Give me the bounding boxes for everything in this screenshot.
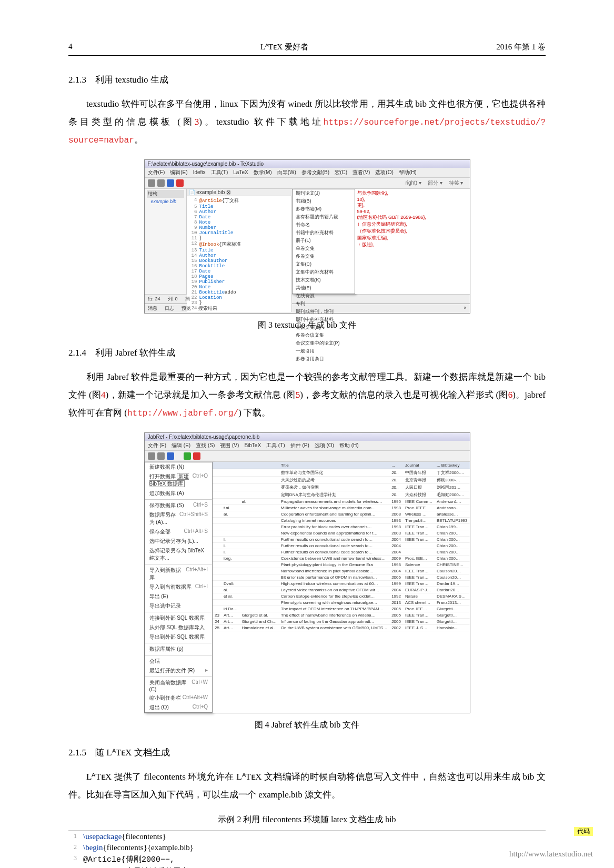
menu-item[interactable]: 选中记录另存为 (L)...: [145, 537, 213, 546]
column-header[interactable]: Journal: [403, 462, 435, 469]
table-row[interactable]: Phenotypic screening with oleaginous mic…: [213, 600, 470, 606]
menu-item[interactable]: 会话: [145, 657, 213, 666]
menu-item[interactable]: 数据库另存为 (A)...Ctrl+Shift+S: [145, 510, 213, 527]
menu-item[interactable]: 选项 (O): [315, 442, 334, 448]
dropdown-item[interactable]: 书籍(B): [293, 197, 355, 205]
table-row[interactable]: al.Cooperation enforcement and learning …: [213, 511, 470, 518]
close-icon[interactable]: ×: [464, 305, 466, 312]
menu-item[interactable]: 查找 (S): [196, 442, 215, 448]
menubar[interactable]: 文件(F)编辑(E)Idefix工具(T)LaTeX数学(M)向导(W)参考文献…: [145, 168, 470, 178]
figure-ref-5[interactable]: 5: [296, 390, 300, 400]
dropdown-item[interactable]: 技术文档(K): [293, 276, 355, 284]
menu-item[interactable]: 退出 (Q)Ctrl+Q: [145, 703, 213, 712]
menu-item[interactable]: 向导(W): [277, 169, 296, 175]
menu-item[interactable]: 导入到当前数据库Ctrl+I: [145, 582, 213, 592]
table-row[interactable]: 雾霭来袭，如何突围20..人民日报刘裕国201…: [213, 484, 470, 491]
menu-item[interactable]: 打开数据库 新建 BibTeX 数据库Ctrl+O: [145, 472, 213, 489]
open-icon[interactable]: [157, 179, 165, 187]
new-icon[interactable]: [148, 179, 155, 187]
dropdown-item[interactable]: 一般引用: [293, 347, 355, 355]
table-row[interactable]: Error probability for block codes over c…: [213, 524, 470, 530]
menu-item[interactable]: Idefix: [193, 169, 206, 175]
menu-item[interactable]: 选择记录另存为 BibTeX 纯文本...: [145, 546, 213, 563]
close-icon[interactable]: [176, 179, 184, 187]
table-row[interactable]: al.Layered video transmission on adaptiv…: [213, 587, 470, 593]
dropdown-item[interactable]: 多卷会议文集: [293, 331, 355, 339]
menu-item[interactable]: 文件 (F): [148, 442, 167, 448]
menu-item[interactable]: 选项(O): [375, 169, 393, 175]
dropdown-item[interactable]: 文集中的补充材料: [293, 268, 355, 276]
menu-item[interactable]: 编辑 (E): [172, 442, 190, 448]
dropdown-item[interactable]: 多卷文集: [293, 253, 355, 260]
structure-panel[interactable]: 结构 example.bib: [145, 189, 187, 294]
menu-item[interactable]: 数据库属性 (p): [145, 644, 213, 654]
output-tab[interactable]: 预览: [182, 305, 191, 312]
dropdown-item[interactable]: 书命名: [293, 221, 355, 229]
menu-item[interactable]: 插件 (P): [290, 442, 309, 448]
menu-item[interactable]: 追加数据库 (A): [145, 489, 213, 498]
table-row[interactable]: 24Art…Giorgetti and Ch…Influence of fadi…: [213, 619, 470, 625]
figure-ref-6[interactable]: 6: [508, 390, 513, 400]
menu-item[interactable]: 查看(V): [353, 169, 370, 175]
menu-item[interactable]: 连接到外部 SQL 数据库: [145, 613, 213, 623]
table-row[interactable]: al.Propagation measurements and models f…: [213, 499, 470, 505]
menu-item[interactable]: LaTeX: [233, 169, 248, 175]
menu-item[interactable]: BibTeX: [244, 442, 261, 448]
table-row[interactable]: 定睛DNA库与生命伦理学计划20..大众科技报毛旭勤2000-…: [213, 491, 470, 499]
dropdown-item[interactable]: 文集(C): [293, 260, 355, 268]
add-icon[interactable]: [184, 452, 191, 460]
table-row[interactable]: New exponential bounds and approximation…: [213, 530, 470, 537]
menu-item[interactable]: 视图 (V): [220, 442, 239, 448]
open-icon[interactable]: [157, 452, 165, 460]
menu-item[interactable]: 导入到新数据库Ctrl+Alt+I: [145, 566, 213, 582]
file-menu-dropdown[interactable]: 新建数据库 (N)打开数据库 新建 BibTeX 数据库Ctrl+O追加数据库 …: [145, 462, 213, 713]
table-row[interactable]: Narrowband interference in pilot symbol …: [213, 568, 470, 574]
toolbar[interactable]: [145, 451, 470, 462]
menu-item[interactable]: 帮助(H): [399, 169, 417, 175]
dropdown-item[interactable]: 书籍中的补充材料: [293, 229, 355, 237]
table-row[interactable]: l.Further results on convolutional code …: [213, 543, 470, 549]
table-row[interactable]: 25Art…Hamalainen et al.On the UWB system…: [213, 625, 470, 631]
table-row[interactable]: et al.Carbon isotope evidence for the st…: [213, 593, 470, 600]
menu-item[interactable]: 导出到外部 SQL 数据库: [145, 632, 213, 642]
menu-item[interactable]: 导出 (E): [145, 592, 213, 601]
table-row[interactable]: iorg.Coexistence between UWB and narrow-…: [213, 556, 470, 562]
column-header[interactable]: [213, 462, 222, 469]
table-row[interactable]: l.Further results on convolutional code …: [213, 537, 470, 543]
menu-item[interactable]: 缩小到任务栏Ctrl+Alt+W: [145, 693, 213, 703]
table-row[interactable]: 大风沙过后的思考20..北京青年报傅刚2000-…: [213, 477, 470, 484]
table-row[interactable]: Bit error rate performance of OFDM in na…: [213, 574, 470, 581]
menu-item[interactable]: 工具 (T): [266, 442, 285, 448]
entry-table[interactable]: Title...Journal... Bibtexkey数字革命与竞争国际化20…: [213, 462, 470, 713]
output-tab[interactable]: 日志: [165, 305, 174, 312]
menu-item[interactable]: 帮助 (H): [339, 442, 359, 448]
code-editor[interactable]: 4@Article{丁文祥5 Title6 Author7 Date8 Note…: [187, 196, 292, 312]
menu-item[interactable]: 数学(M): [254, 169, 272, 175]
save-icon[interactable]: [167, 179, 174, 187]
figure-ref-4[interactable]: 4: [101, 390, 106, 400]
menu-item[interactable]: 保存数据库 (S)Ctrl+S: [145, 501, 213, 510]
dropdown-item[interactable]: 多卷书籍(M): [293, 205, 355, 213]
table-row[interactable]: id Da…The impact of OFDM interference on…: [213, 606, 470, 612]
menu-item[interactable]: 工具(T): [211, 169, 228, 175]
toolbar[interactable]: right) ▾部分 ▾特签 ▾: [145, 178, 470, 189]
dropdown-item[interactable]: 含有标题的书籍片段: [293, 213, 355, 221]
menu-item[interactable]: 宏(C): [335, 169, 347, 175]
dropdown-item[interactable]: 会议文集中的论文(P): [293, 339, 355, 347]
save-icon[interactable]: [167, 452, 174, 460]
table-row[interactable]: l.Further results on convolutional code …: [213, 549, 470, 556]
delete-icon[interactable]: [193, 452, 200, 460]
dropdown-item[interactable]: 单卷文集: [293, 245, 355, 253]
sidebar-file[interactable]: example.bib: [147, 198, 184, 204]
table-row[interactable]: 数字革命与竞争国际化20..中国青年报丁文祥2000-…: [213, 469, 470, 477]
column-header[interactable]: ...: [389, 462, 403, 469]
output-tab[interactable]: 搜索结果: [198, 305, 217, 312]
menu-item[interactable]: 文件(F): [148, 169, 165, 175]
menu-item[interactable]: 最近打开的文件 (R)▸: [145, 666, 213, 675]
menu-item[interactable]: 编辑(E): [170, 169, 187, 175]
editor-tab[interactable]: 📄 example.bib ⊠: [187, 189, 292, 196]
menu-item[interactable]: 参考文献(B): [301, 169, 329, 175]
column-header[interactable]: ... Bibtexkey: [435, 462, 470, 469]
dropdown-item[interactable]: 期刊论文(J): [293, 189, 355, 197]
menu-item[interactable]: 关闭当前数据库 (C)Ctrl+W: [145, 678, 213, 693]
